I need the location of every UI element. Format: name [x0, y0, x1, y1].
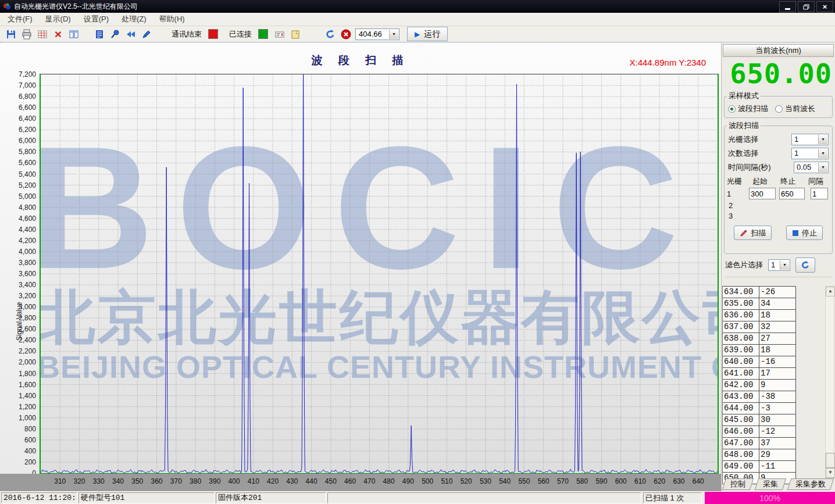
scroll-up-icon[interactable]: ▲ [826, 287, 835, 296]
chevron-down-icon[interactable]: ▼ [780, 260, 789, 270]
table-row[interactable]: 648.0029 [723, 449, 796, 461]
delete-button[interactable]: × [52, 28, 65, 41]
table-row[interactable]: 647.0037 [723, 438, 796, 449]
chevron-down-icon[interactable]: ▼ [389, 30, 398, 39]
wavelength-cell: 638.00 [723, 333, 759, 344]
notes-button[interactable] [289, 28, 302, 41]
wavelength-cell: 641.00 [723, 368, 759, 379]
rewind-button[interactable] [124, 28, 137, 41]
table-row[interactable]: 642.009 [723, 380, 796, 391]
table-row[interactable]: 634.00-26 [723, 287, 796, 298]
menu-item-settings[interactable]: 设置(P) [78, 13, 116, 26]
y-axis-label: 6,800 [0, 93, 36, 100]
y-axis-label: 1,800 [0, 370, 36, 377]
plot-area[interactable]: BOCIC 北京北光世纪仪器有限公司 BEIJING OPTICAL CENTU… [40, 74, 719, 474]
table-row[interactable]: 638.0027 [723, 333, 796, 345]
y-axis-label: 3,800 [0, 259, 36, 266]
wavelength-cell: 640.00 [723, 356, 759, 367]
y-axis-label: 2,600 [0, 326, 36, 333]
tab-acquire[interactable]: 采集 [755, 478, 786, 490]
band-scan-group: 波段扫描 光栅选择 1 ▼ 次数选择 1 ▼ 时间间隔(秒) 0.05 [724, 120, 833, 254]
columns-icon [69, 29, 79, 40]
grating-select-label: 光栅选择 [728, 134, 758, 145]
abort-button[interactable] [340, 28, 352, 41]
reset-button[interactable] [324, 28, 337, 41]
range-col-start: 起始 [752, 176, 780, 187]
interval-select[interactable]: 0.05 ▼ [794, 162, 829, 173]
save-button[interactable] [5, 28, 17, 41]
value-cell: 17 [759, 368, 796, 379]
range-step-input[interactable] [811, 188, 828, 199]
y-axis-label: 2,800 [0, 314, 36, 321]
filter-refresh-button[interactable] [795, 258, 815, 273]
split-view-button[interactable] [67, 28, 80, 41]
annotate-button[interactable] [140, 28, 153, 41]
scrollbar-thumb[interactable] [826, 453, 835, 468]
radio-current-wavelength[interactable] [775, 105, 783, 113]
comm-status-label: 通讯结束 [172, 29, 202, 40]
y-axis-label: 800 [0, 426, 36, 432]
radio-band-scan[interactable] [728, 105, 736, 113]
y-axis-label: 1,000 [0, 414, 36, 421]
y-axis-label: 3,000 [0, 303, 36, 310]
stop-circle-icon [341, 29, 351, 40]
minimize-button[interactable] [779, 1, 796, 12]
print-button[interactable] [20, 28, 33, 41]
table-row[interactable]: 646.00-12 [723, 426, 796, 438]
times-select[interactable]: 1 ▼ [791, 148, 829, 159]
table-scrollbar[interactable]: ▲ ▼ [825, 286, 834, 478]
pin-button[interactable] [109, 28, 122, 41]
table-row[interactable]: 637.0032 [723, 321, 796, 333]
browse-data-button[interactable] [36, 28, 49, 41]
edit-field-button[interactable] [273, 28, 286, 41]
menu-item-process[interactable]: 处理(Z) [116, 13, 154, 26]
grating-select[interactable]: 1 ▼ [791, 134, 829, 145]
value-cell: 32 [759, 321, 796, 333]
y-axis-label: 4,800 [0, 204, 36, 211]
value-cell: -16 [759, 356, 796, 367]
run-button[interactable]: ▶ 运行 [407, 27, 448, 41]
scroll-down-icon[interactable]: ▼ [826, 468, 835, 478]
play-icon: ▶ [415, 30, 420, 38]
chevron-down-icon[interactable]: ▼ [818, 149, 827, 158]
menu-item-file[interactable]: 文件(F) [2, 13, 40, 26]
chevron-down-icon[interactable]: ▼ [818, 163, 827, 172]
panel-tabs: 控制采集采集参数 [724, 478, 832, 490]
wavelength-cell: 647.00 [723, 438, 759, 449]
table-row[interactable]: 636.0018 [723, 310, 796, 321]
table-row[interactable]: 644.00-3 [723, 403, 796, 414]
y-axis-label: 6,600 [0, 104, 36, 111]
status-scan-count: 已扫描 1 次 [643, 492, 702, 503]
stop-button[interactable]: 停止 [786, 226, 823, 240]
pin-icon [110, 29, 120, 40]
tab-acquire-params[interactable]: 采集参数 [787, 478, 834, 490]
current-wavelength-display: 650.00 [722, 57, 835, 90]
times-select-value: 1 [794, 149, 798, 158]
restore-button[interactable] [798, 1, 815, 12]
table-row[interactable]: 639.0018 [723, 345, 796, 356]
table-row[interactable]: 641.0017 [723, 368, 796, 380]
menu-item-display[interactable]: 显示(D) [40, 13, 78, 26]
filter-select[interactable]: 1 ▼ [768, 259, 790, 271]
radio-label-band-scan: 波段扫描 [738, 103, 768, 114]
y-axis-label: 7,000 [0, 82, 36, 89]
close-button[interactable]: × [816, 1, 833, 12]
table-row[interactable]: 643.00-38 [723, 391, 796, 403]
table-row[interactable]: 649.00-11 [723, 461, 796, 473]
tab-control[interactable]: 控制 [722, 478, 754, 490]
range-start-input[interactable] [749, 188, 776, 199]
table-row[interactable]: 640.00-16 [723, 356, 796, 368]
table-row[interactable]: 645.0030 [723, 414, 796, 426]
goto-wavelength-value: 404.66 [359, 30, 382, 38]
chevron-down-icon[interactable]: ▼ [818, 135, 827, 144]
y-axis-label: 4,000 [0, 248, 36, 255]
y-axis-label: 6,000 [0, 137, 36, 144]
tab-label-acquire-params: 采集参数 [795, 479, 826, 489]
scan-button[interactable]: 扫描 [734, 226, 772, 240]
app-logo-icon [2, 2, 12, 11]
range-end-input[interactable] [779, 188, 805, 199]
table-row[interactable]: 635.0034 [723, 298, 796, 310]
menu-item-help[interactable]: 帮助(H) [154, 13, 192, 26]
goto-wavelength-select[interactable]: 404.66 ▼ [355, 28, 399, 40]
report-button[interactable] [93, 28, 106, 41]
